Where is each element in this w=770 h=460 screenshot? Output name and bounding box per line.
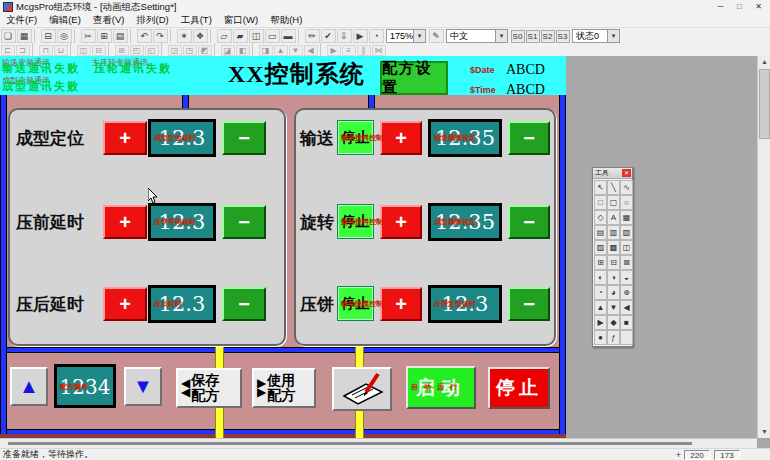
scroll-down-icon[interactable]: ▼ bbox=[758, 426, 770, 438]
group-icon[interactable]: ▱ bbox=[217, 29, 232, 43]
zoom-combobox[interactable]: 175% ▾ bbox=[386, 29, 426, 43]
menu-window[interactable]: 窗口(W) bbox=[218, 14, 264, 27]
align-tool-icon[interactable]: ◲ bbox=[168, 45, 182, 56]
vertical-scrollbar[interactable]: ▲ ▼ bbox=[757, 56, 770, 438]
increase-button[interactable]: + bbox=[103, 287, 147, 321]
toolbox-tool[interactable]: ⊟ bbox=[607, 255, 620, 270]
increase-button[interactable]: + bbox=[103, 121, 147, 155]
toolbox-tool[interactable]: ⊞ bbox=[594, 255, 607, 270]
print-icon[interactable]: ⊟ bbox=[41, 29, 56, 43]
close-button[interactable]: ✕ bbox=[749, 0, 768, 13]
recipe-up-button[interactable]: ▲ bbox=[10, 367, 48, 406]
redo-icon[interactable]: ↷ bbox=[153, 29, 168, 43]
toolbox-tool[interactable]: ╲ bbox=[607, 180, 620, 195]
align-tool-icon[interactable]: ⊔ bbox=[54, 45, 68, 56]
toolbox-tool[interactable]: ○ bbox=[620, 195, 633, 210]
toolbox-tool[interactable]: ▶ bbox=[594, 315, 607, 330]
decrease-button[interactable]: − bbox=[508, 205, 550, 239]
menu-arrange[interactable]: 排列(D) bbox=[130, 14, 174, 27]
toolbox-tool[interactable]: ◆ bbox=[607, 315, 620, 330]
toolbox-tool[interactable] bbox=[620, 330, 633, 345]
state-s1-button[interactable]: S1 bbox=[526, 30, 540, 43]
lock-icon[interactable]: ▬ bbox=[281, 29, 296, 43]
copy-icon[interactable]: ⊞ bbox=[97, 29, 112, 43]
increase-button[interactable]: + bbox=[380, 205, 422, 239]
horizontal-scrollbar[interactable] bbox=[0, 438, 757, 448]
check-icon[interactable]: ✔ bbox=[321, 29, 336, 43]
toolbox-tool[interactable]: ▩ bbox=[607, 240, 620, 255]
state-s2-button[interactable]: S2 bbox=[541, 30, 555, 43]
toolbox-palette[interactable]: 工具 ✕ ↖ ╲ ∿ □ ▢ ○ ◇ A ▦ ▤ ▥ ▧ ▨ ▩ ◫ ⊞ ⊟ ⊠… bbox=[592, 167, 633, 347]
align-tool-icon[interactable]: ⊞ bbox=[115, 45, 129, 56]
scroll-up-icon[interactable]: ▲ bbox=[758, 56, 770, 68]
menu-view[interactable]: 查看(V) bbox=[87, 14, 131, 27]
chevron-down-icon[interactable]: ▾ bbox=[413, 30, 425, 42]
decrease-button[interactable]: − bbox=[222, 121, 266, 155]
save-icon[interactable]: ▦ bbox=[17, 29, 32, 43]
ungroup-icon[interactable]: ▰ bbox=[233, 29, 248, 43]
align-tool-icon[interactable]: ◪ bbox=[221, 45, 235, 56]
align-tool-icon[interactable]: ▲ bbox=[274, 45, 288, 56]
toolbox-tool[interactable]: ◔ bbox=[594, 285, 607, 300]
state-combobox[interactable]: 状态0 ▾ bbox=[572, 29, 620, 43]
decrease-button[interactable]: − bbox=[222, 287, 266, 321]
align-tool-icon[interactable]: ⊏ bbox=[1, 45, 15, 56]
animate-icon[interactable]: ✏ bbox=[305, 29, 320, 43]
align-tool-icon[interactable]: ◨ bbox=[259, 45, 273, 56]
align-tool-icon[interactable]: ⋈ bbox=[372, 45, 386, 56]
decrease-button[interactable]: − bbox=[508, 121, 550, 155]
toolbox-tool[interactable]: ◒ bbox=[620, 270, 633, 285]
align-tool-icon[interactable]: ▼ bbox=[289, 45, 303, 56]
align-tool-icon[interactable]: ⊟ bbox=[92, 45, 106, 56]
increase-button[interactable]: + bbox=[103, 205, 147, 239]
toolbox-tool[interactable]: ▤ bbox=[594, 225, 607, 240]
paste-icon[interactable]: ▤ bbox=[113, 29, 128, 43]
toolbox-tool[interactable]: ▥ bbox=[607, 225, 620, 240]
state-s3-button[interactable]: S3 bbox=[556, 30, 570, 43]
align-tool-icon[interactable]: ◳ bbox=[183, 45, 197, 56]
maximize-button[interactable]: □ bbox=[730, 0, 749, 13]
toolbox-tool[interactable]: ▼ bbox=[607, 300, 620, 315]
stop-button[interactable]: 停止 bbox=[488, 367, 550, 409]
toolbox-tool[interactable]: A bbox=[607, 210, 620, 225]
state-s0-button[interactable]: S0 bbox=[511, 30, 525, 43]
align-tool-icon[interactable]: ≡ bbox=[342, 45, 356, 56]
align-tool-icon[interactable]: ◀ bbox=[304, 45, 318, 56]
toolbox-tool[interactable]: ⊕ bbox=[620, 285, 633, 300]
increase-button[interactable]: + bbox=[380, 287, 422, 321]
save-recipe-button[interactable]: ◀◀ 保存 配方 bbox=[176, 368, 242, 408]
order-icon[interactable]: ▭ bbox=[265, 29, 280, 43]
use-recipe-button[interactable]: ▶▶ 使用 配方 bbox=[252, 368, 316, 408]
vertical-scroll-thumb[interactable] bbox=[759, 69, 770, 139]
toolbox-tool[interactable]: ▲ bbox=[594, 300, 607, 315]
align-tool-icon[interactable]: ∥ bbox=[357, 45, 371, 56]
decrease-button[interactable]: − bbox=[222, 205, 266, 239]
align-tool-icon[interactable]: ◩ bbox=[198, 45, 212, 56]
align-tool-icon[interactable]: ⊐ bbox=[16, 45, 30, 56]
print-preview-icon[interactable]: ◎ bbox=[57, 29, 72, 43]
toolbox-tool[interactable]: ◕ bbox=[607, 285, 620, 300]
toolbox-tool[interactable]: ◐ bbox=[594, 270, 607, 285]
align-tool-icon[interactable]: ◱ bbox=[145, 45, 159, 56]
undo-icon[interactable]: ↶ bbox=[137, 29, 152, 43]
align-icon[interactable]: ◫ bbox=[249, 29, 264, 43]
recipe-settings-button[interactable]: 配方设置 bbox=[380, 61, 448, 95]
toolbox-tool[interactable]: ▨ bbox=[594, 240, 607, 255]
window-tree-icon[interactable]: ❖ bbox=[193, 29, 208, 43]
manual-write-button[interactable] bbox=[332, 367, 392, 411]
align-tool-icon[interactable]: ◫ bbox=[77, 45, 91, 56]
toolbox-tool[interactable]: ∿ bbox=[620, 180, 633, 195]
menu-edit[interactable]: 编辑(E) bbox=[43, 14, 87, 27]
menu-file[interactable]: 文件(F) bbox=[0, 14, 43, 27]
toolbox-tool[interactable]: ◇ bbox=[594, 210, 607, 225]
download-icon[interactable]: ⇩ bbox=[337, 29, 352, 43]
toolbox-tool[interactable]: ⊠ bbox=[620, 255, 633, 270]
run-icon[interactable]: ▶ bbox=[353, 29, 368, 43]
workbench-icon[interactable]: ✶ bbox=[177, 29, 192, 43]
menu-tools[interactable]: 工具(T) bbox=[175, 14, 218, 27]
chevron-down-icon[interactable]: ▾ bbox=[495, 30, 507, 42]
toolbox-tool[interactable]: ◀ bbox=[620, 300, 633, 315]
toolbox-titlebar[interactable]: 工具 ✕ bbox=[593, 168, 632, 179]
stop-toggle-button[interactable]: 旋转投料控制 停止 bbox=[337, 204, 374, 239]
chevron-down-icon[interactable]: ▾ bbox=[607, 30, 619, 42]
